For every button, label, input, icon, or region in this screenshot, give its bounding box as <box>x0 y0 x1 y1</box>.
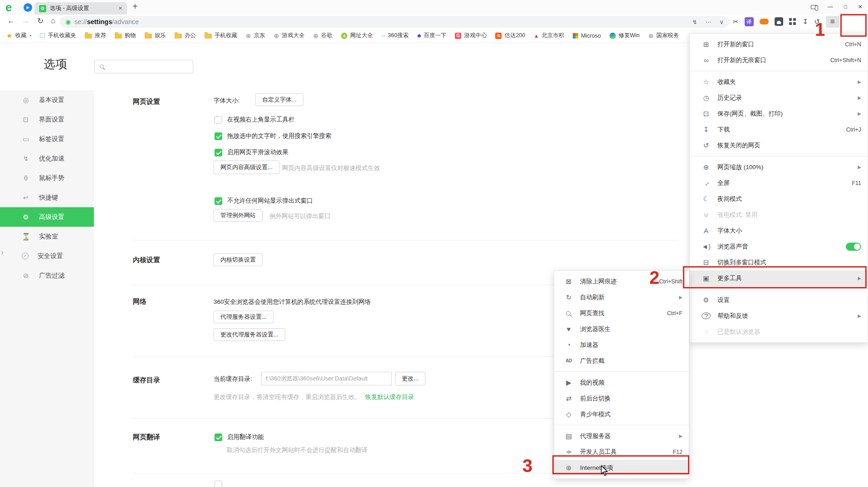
maximize-button[interactable]: □ <box>844 4 847 10</box>
change-cache-dir-button[interactable]: 更改... <box>395 372 425 385</box>
home-button[interactable]: ⌂ <box>51 16 55 25</box>
screenshot-icon[interactable]: ✂ <box>733 18 739 26</box>
menu-item[interactable]: ⚙ 设置 <box>690 292 868 308</box>
menu-item[interactable]: ⊎ 省电模式: 禁用 <box>690 207 868 223</box>
bookmark-item[interactable]: 修复Win <box>610 32 640 39</box>
bookmark-item[interactable]: 手机收藏 <box>205 32 237 39</box>
sidebar-item[interactable]: ⊡ 界面设置 <box>0 110 94 129</box>
menu-item[interactable]: ⊞ 打开新的窗口 Ctrl+N <box>690 36 868 52</box>
submenu-item[interactable]: ♥ 浏览器医生 <box>554 321 689 337</box>
close-window-button[interactable]: ✕ <box>858 4 863 10</box>
checkbox[interactable] <box>215 116 222 124</box>
menu-item[interactable]: ∞ 打开新的无痕窗口 Ctrl+Shift+N <box>690 52 868 68</box>
bookmark-item[interactable]: ○ 360搜索 <box>381 32 409 39</box>
menu-item[interactable]: ↔ 全屏 F11 <box>690 175 868 191</box>
sidebar-item[interactable]: ◎ 基本设置 <box>0 90 94 110</box>
custom-font-button[interactable]: 自定义字体... <box>255 93 303 106</box>
manage-exception-sites-button[interactable]: 管理例外网站 <box>214 209 263 222</box>
bookmark-item[interactable]: 淘 信达200 <box>495 32 525 39</box>
settings-search-input[interactable] <box>107 61 191 73</box>
site-badge-icon[interactable]: ◉ <box>65 18 71 25</box>
sidebar-item[interactable]: ▭ 标签设置 <box>0 129 94 149</box>
translate-icon[interactable]: 译 <box>745 17 754 26</box>
menu-item[interactable]: ☝ 已是默认浏览器 <box>690 324 868 340</box>
submenu-item[interactable]: ⇄ 前后台切换 <box>554 390 689 406</box>
submenu-item[interactable]: ↻ 自动刷新 ▶ <box>554 289 689 305</box>
more-actions-icon[interactable]: ⋯ <box>705 19 711 25</box>
bookmark-item[interactable]: ⊕ 京东 <box>246 32 265 39</box>
menu-item[interactable]: ? 帮助和反馈 ▶ <box>690 308 868 324</box>
bookmark-item[interactable]: + 网址大全 <box>341 32 373 39</box>
menu-divider <box>690 71 868 71</box>
sidebar-item[interactable]: ↵ 快捷键 <box>0 188 94 207</box>
flash-icon[interactable]: ↯ <box>692 19 697 25</box>
downloads-icon[interactable]: ↧ <box>803 18 809 26</box>
submenu-item[interactable]: ⊠ 清除上网痕迹 Ctrl+Shift <box>554 273 689 289</box>
sidebar-item[interactable]: ✓ 安全设置 <box>0 246 94 266</box>
sidebar-item[interactable]: ⊘ 广告过滤 <box>0 266 94 285</box>
bookmark-item[interactable]: 娱乐 <box>145 32 166 39</box>
checkbox[interactable] <box>215 149 222 156</box>
send-to-device-icon[interactable] <box>811 5 817 9</box>
submenu-item[interactable]: ▶ 我的视频 <box>554 375 689 390</box>
checkbox-label: 拖放选中的文字时，使用搜索引擎搜索 <box>227 132 332 140</box>
new-tab-button[interactable]: + <box>132 1 138 12</box>
menu-item[interactable]: ↧ 下载 Ctrl+J <box>690 122 868 137</box>
bookmark-item[interactable]: 手机收藏夹 <box>40 32 76 39</box>
sound-toggle-switch[interactable] <box>846 243 861 251</box>
bookmark-item[interactable]: ▲ 北京市积 <box>534 32 564 39</box>
active-tab[interactable]: ⚙ 选项 - 高级设置 ✕ <box>34 2 127 15</box>
menu-item[interactable]: ☆ 收藏夹 ▶ <box>690 74 868 90</box>
sidebar-item[interactable]: ⚙ 高级设置 <box>0 207 94 227</box>
back-button[interactable]: ← <box>7 16 15 25</box>
menu-item[interactable]: ⊕ 网页缩放 (100%) ▶ <box>690 159 868 175</box>
bookmark-item[interactable]: 购物 <box>115 32 136 39</box>
reload-button[interactable]: ↻ <box>37 16 44 26</box>
menu-item[interactable]: ⊡ 保存(网页、截图、打印) ▶ <box>690 106 868 122</box>
menu-item[interactable]: ☾ 夜间模式 <box>690 191 868 207</box>
submenu-item[interactable]: ◔ 加速器 <box>554 337 689 353</box>
sidebar-item[interactable]: ↯ 优化加速 <box>0 149 94 168</box>
tab-close-icon[interactable]: ✕ <box>118 5 122 11</box>
menu-item[interactable]: ◄) 浏览器声音 <box>690 239 868 254</box>
cache-dir-input[interactable] <box>261 372 392 385</box>
bookmark-item[interactable]: Microso <box>573 33 601 39</box>
checkbox[interactable] <box>215 132 222 140</box>
submenu-item-wrap: ⇄ 前后台切换 <box>554 390 689 406</box>
menu-item[interactable]: A 字体大小 <box>690 223 868 239</box>
games-icon[interactable] <box>760 19 769 24</box>
bookmark-item[interactable]: 推荐 <box>85 32 106 39</box>
bookmark-item[interactable]: ⊕ 国家税务 <box>648 32 679 39</box>
sidebar-item[interactable]: ⌛ 实验室 <box>0 227 94 246</box>
bookmark-item[interactable]: ⊕ 谷歌 <box>313 32 332 39</box>
address-bar[interactable]: ◉ se://settings/advance ↯ ⋯ ∨ <box>60 16 729 28</box>
menu-item[interactable]: ◷ 历史记录 ▶ <box>690 90 868 106</box>
submenu-item[interactable]: 网页查找 Ctrl+F <box>554 305 689 321</box>
minimize-button[interactable]: — <box>828 4 833 10</box>
submenu-item[interactable]: ▤ 代理服务器 ▶ <box>554 428 689 444</box>
forward-button[interactable]: → <box>22 16 29 25</box>
checkbox[interactable] <box>215 481 222 487</box>
assistant-icon[interactable]: ▶ <box>24 3 32 12</box>
change-proxy-settings-button[interactable]: 更改代理服务器设置... <box>214 328 285 341</box>
checkbox[interactable] <box>215 433 222 441</box>
bookmark-item[interactable]: 办公 <box>175 32 196 39</box>
menu-item[interactable]: ↺ 恢复关闭的网页 <box>690 137 868 153</box>
sidebar-item[interactable]: θ 鼠标手势 <box>0 168 94 188</box>
bookmark-item[interactable]: ★ 收藏 ▾ <box>6 32 31 40</box>
bookmark-item[interactable]: ♣ 百度一下 <box>417 32 447 39</box>
kernel-switch-button[interactable]: 内核切换设置 <box>214 253 263 266</box>
restore-default-cache-link[interactable]: 恢复默认缓存目录 <box>365 394 414 400</box>
submenu-item[interactable]: AD 广告拦截 <box>554 353 689 369</box>
main-menu-button[interactable]: ≡ <box>826 16 839 28</box>
web-content-advanced-button[interactable]: 网页内容高级设置... <box>214 161 279 174</box>
chevron-down-icon[interactable]: ∨ <box>719 19 724 25</box>
bookmark-item[interactable]: ⊕ 游戏大全 <box>274 32 305 39</box>
submenu-arrow-icon: ▶ <box>858 111 861 116</box>
apps-grid-icon[interactable] <box>789 18 792 21</box>
submenu-item[interactable]: ◇ 青少年模式 <box>554 406 689 422</box>
checkbox[interactable] <box>215 197 222 205</box>
bookmark-item[interactable]: G 游戏中心 <box>455 32 487 39</box>
proxy-settings-button[interactable]: 代理服务器设置... <box>214 311 273 323</box>
reading-mode-icon[interactable] <box>775 17 783 26</box>
